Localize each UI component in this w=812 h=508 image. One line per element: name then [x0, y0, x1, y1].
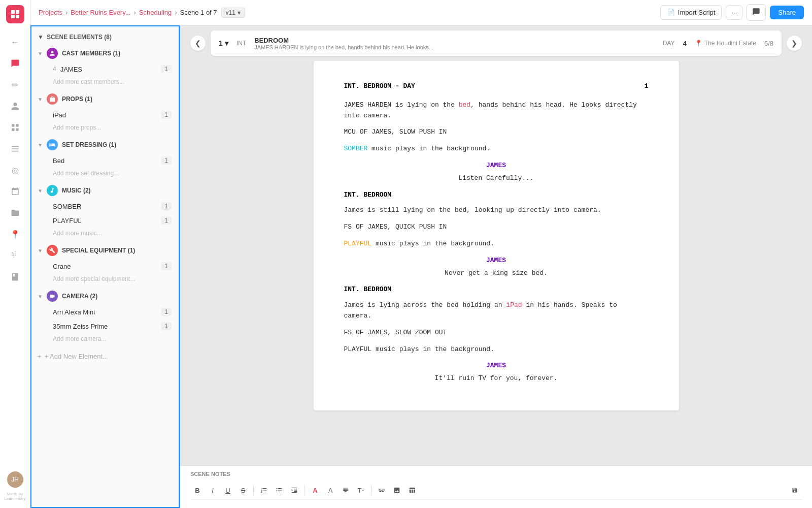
- calendar-nav-icon[interactable]: [6, 182, 24, 201]
- action-8: FS OF JAMES, SLOW ZOOM OUT: [344, 328, 649, 338]
- music-item-playful-count: 1: [161, 216, 172, 225]
- action-2: MCU OF JAMES, SLOW PUSH IN: [344, 127, 649, 138]
- image-button[interactable]: [390, 483, 404, 497]
- camera-item-arri-name: Arri Alexa Mini: [53, 308, 161, 316]
- props-item-ipad[interactable]: iPad 1: [30, 108, 179, 122]
- collapse-cast-icon: ▼: [38, 51, 43, 56]
- camera-item-zeiss[interactable]: 35mm Zeiss Prime 1: [30, 319, 179, 333]
- top-header: Projects › Better Ruins Every... › Sched…: [30, 0, 812, 25]
- cast-item-james[interactable]: 4 JAMES 1: [30, 62, 179, 76]
- somber-cue: SOMBER: [344, 145, 368, 152]
- scene-number-select[interactable]: 1 ▾: [219, 39, 228, 47]
- scene-heading-text: INT. BEDROOM - DAY: [344, 81, 415, 92]
- share-button[interactable]: Share: [770, 6, 804, 19]
- props-section-header[interactable]: ▼ PROPS (1): [30, 90, 179, 108]
- unordered-list-button[interactable]: [272, 483, 286, 497]
- app-logo[interactable]: [6, 5, 24, 23]
- align-button[interactable]: [339, 483, 353, 497]
- set-dressing-section-header[interactable]: ▼ SET DRESSING (1): [30, 136, 179, 153]
- action-4: James is still lying on the bed, looking…: [344, 205, 649, 216]
- next-scene-button[interactable]: ❯: [787, 36, 802, 51]
- folder-nav-icon[interactable]: [6, 204, 24, 222]
- highlight-button[interactable]: A: [323, 483, 337, 497]
- circle-nav-icon[interactable]: ◎: [6, 161, 24, 179]
- add-more-camera-link[interactable]: Add more camera...: [30, 333, 179, 345]
- camera-section: ▼ CAMERA (2) Arri Alexa Mini 1 35mm Zeis…: [30, 288, 179, 345]
- add-more-props-link[interactable]: Add more props...: [30, 122, 179, 134]
- dialogue-block-2: JAMES Never get a king size bed.: [344, 256, 649, 279]
- ordered-list-button[interactable]: [257, 483, 271, 497]
- collapse-camera-icon: ▼: [38, 294, 43, 299]
- user-avatar[interactable]: JH: [7, 471, 23, 488]
- set-item-bed[interactable]: Bed 1: [30, 153, 179, 168]
- toolbar-divider-3: [371, 485, 371, 495]
- font-color-button[interactable]: A: [308, 483, 322, 497]
- equipment-item-crane[interactable]: Crane 1: [30, 259, 179, 273]
- more-options-button[interactable]: ···: [726, 5, 742, 20]
- add-more-cast-link[interactable]: Add more cast members...: [30, 76, 179, 88]
- scene-nav: ❮ 1 ▾ INT BEDROOM JAMES HARDEN is lying …: [180, 25, 812, 61]
- filter-nav-icon[interactable]: [6, 246, 24, 265]
- made-by-label: Made ByLeanometry: [4, 492, 25, 501]
- breadcrumb-project[interactable]: Better Ruins Every...: [71, 9, 130, 16]
- add-more-equipment-link[interactable]: Add more special equipment...: [30, 273, 179, 285]
- breadcrumb: Projects › Better Ruins Every... › Sched…: [39, 9, 217, 16]
- scene-location-text: The Houdini Estate: [704, 40, 756, 47]
- indent-button[interactable]: [287, 483, 301, 497]
- scene-elements-header[interactable]: ▼ SCENE ELEMENTS (8): [30, 30, 179, 45]
- board-nav-icon[interactable]: [6, 118, 24, 137]
- svg-rect-7: [16, 129, 18, 131]
- music-section-header[interactable]: ▼ MUSIC (2): [30, 182, 179, 199]
- collapse-equipment-icon: ▼: [38, 248, 43, 253]
- add-more-set-link[interactable]: Add more set dressing...: [30, 168, 179, 180]
- message-nav-icon[interactable]: [6, 54, 24, 73]
- import-icon: 📄: [667, 9, 675, 16]
- special-equipment-section-title: SPECIAL EQUIPMENT (1): [62, 247, 172, 254]
- svg-rect-8: [12, 146, 19, 147]
- scene-fraction: 6/8: [764, 40, 773, 47]
- pen-nav-icon[interactable]: ✏: [6, 76, 24, 94]
- breadcrumb-projects[interactable]: Projects: [39, 9, 62, 16]
- save-notes-button[interactable]: [788, 483, 802, 497]
- svg-rect-10: [12, 151, 19, 152]
- scene-heading: INT. BEDROOM - DAY 1: [344, 81, 649, 92]
- strikethrough-button[interactable]: S: [236, 483, 250, 497]
- link-button[interactable]: [375, 483, 389, 497]
- clear-format-button[interactable]: T×: [354, 483, 368, 497]
- camera-item-arri-count: 1: [161, 308, 172, 316]
- person-nav-icon[interactable]: [6, 97, 24, 115]
- italic-button[interactable]: I: [206, 483, 220, 497]
- underline-button[interactable]: U: [221, 483, 235, 497]
- bold-button[interactable]: B: [190, 483, 205, 497]
- right-content: ❮ 1 ▾ INT BEDROOM JAMES HARDEN is lying …: [180, 25, 812, 508]
- add-new-element-btn[interactable]: + + Add New Element...: [30, 347, 179, 365]
- chat-button[interactable]: [747, 4, 766, 21]
- prev-scene-button[interactable]: ❮: [190, 36, 206, 51]
- set-dressing-section-title: SET DRESSING (1): [62, 141, 172, 148]
- import-script-button[interactable]: 📄 Import Script: [660, 5, 722, 20]
- action-1: JAMES HARDEN is lying on the bed, hands …: [344, 100, 649, 121]
- music-item-playful[interactable]: PLAYFUL 1: [30, 213, 179, 228]
- cast-section-header[interactable]: ▼ CAST MEMBERS (1): [30, 45, 179, 62]
- breadcrumb-scheduling[interactable]: Scheduling: [139, 9, 172, 16]
- set-item-bed-name: Bed: [53, 157, 161, 165]
- camera-section-header[interactable]: ▼ CAMERA (2): [30, 288, 179, 305]
- book-nav-icon[interactable]: [6, 268, 24, 286]
- add-more-music-link[interactable]: Add more music...: [30, 228, 179, 240]
- special-equipment-section: ▼ SPECIAL EQUIPMENT (1) Crane 1 Add more…: [30, 242, 179, 285]
- scene-title-block: BEDROOM JAMES HARDEN is lying on the bed…: [254, 37, 655, 50]
- scene-subtitle: JAMES HARDEN is lying on the bed, hands …: [254, 44, 655, 50]
- script-area[interactable]: INT. BEDROOM - DAY 1 JAMES HARDEN is lyi…: [180, 61, 812, 465]
- list-nav-icon[interactable]: [6, 140, 24, 158]
- music-section: ▼ MUSIC (2) SOMBER 1 PLAYFUL 1 Add more …: [30, 182, 179, 240]
- camera-item-arri[interactable]: Arri Alexa Mini 1: [30, 305, 179, 319]
- special-equipment-section-header[interactable]: ▼ SPECIAL EQUIPMENT (1): [30, 242, 179, 259]
- equipment-item-crane-count: 1: [161, 262, 172, 270]
- table-button[interactable]: [405, 483, 419, 497]
- back-arrow-icon[interactable]: ←: [6, 33, 24, 51]
- version-badge[interactable]: v11 ▾: [221, 8, 245, 18]
- pin-nav-icon[interactable]: 📍: [6, 225, 24, 243]
- music-item-somber[interactable]: SOMBER 1: [30, 199, 179, 213]
- set-item-bed-count: 1: [161, 156, 172, 165]
- character-james-2: JAMES: [344, 256, 649, 266]
